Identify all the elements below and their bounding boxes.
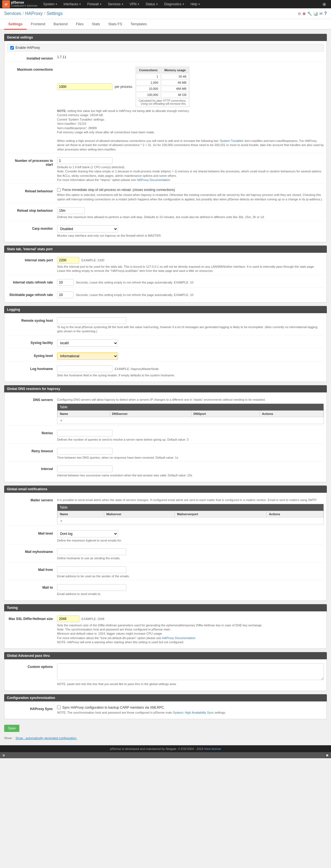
retries-input[interactable] [57, 430, 112, 436]
taskbar: 🖥 🔲 [0, 752, 331, 758]
remote-syslog-host-help: To log to the local pfSense systemlog fi… [57, 325, 324, 334]
haproxy-sync-row: HAProxy Sync Sync HAProxy configuration … [7, 704, 324, 716]
brand-logo: pf pfSense COMMUNITY EDITION [2, 0, 37, 8]
system-tunables-link[interactable]: System Tunables [220, 139, 243, 143]
nav-firewall-arrow: ▼ [99, 3, 102, 5]
max-ssl-dh-help: Sets the maximum size of the Diffie-Hell… [57, 623, 324, 645]
tabs-bar: Settings Frontend Backend Files Stats St… [0, 19, 331, 30]
mailer-servers-help: It is possible to send email alerts when… [57, 498, 324, 502]
icon-minus-circle[interactable]: ⊖ [298, 11, 301, 16]
tab-settings[interactable]: Settings [4, 19, 27, 30]
save-button[interactable]: Save [4, 725, 20, 732]
tab-files[interactable]: Files [72, 19, 88, 30]
logging-body: Remote syslog host To log to the local p… [4, 313, 327, 382]
breadcrumb-haproxy[interactable]: HAProxy [25, 11, 43, 16]
nav-services[interactable]: Services ▼ [105, 0, 126, 8]
remote-syslog-host-input[interactable] [57, 317, 126, 324]
tuning-header: Tuning [4, 604, 327, 611]
nav-interfaces[interactable]: Interfaces ▼ [61, 0, 84, 8]
mail-from-input[interactable] [57, 566, 126, 573]
enable-haproxy-label: Enable HAProxy [15, 46, 40, 50]
log-hostname-row: Log hostname EXAMPLE: HaproxyMasterNode … [7, 364, 324, 379]
reload-behaviour-checkbox-row: Force immediate stop of old process on r… [57, 188, 324, 192]
ha-sync-link[interactable]: System: High Availability Sync [173, 711, 214, 714]
nav-status-arrow: ▼ [156, 3, 158, 5]
global-advanced-body: Custom options NOTE: paste text into thi… [4, 659, 327, 691]
icon-wrench[interactable]: 🔧 [307, 11, 312, 16]
syslog-level-select[interactable]: Informational [57, 352, 118, 360]
mail-level-row: Mail level Dont log Define the maximum l… [7, 529, 324, 544]
global-email-body: Mailer servers It is possible to send em… [4, 493, 327, 601]
nav-system[interactable]: System ▼ [40, 0, 60, 8]
nav-vpn[interactable]: VPN ▼ [127, 0, 142, 8]
icon-envelope[interactable]: ✉ [319, 11, 323, 16]
internal-stats-refresh-input[interactable] [57, 279, 74, 286]
mail-col-name: Name [58, 511, 104, 517]
icon-times-circle[interactable]: ⊗ [302, 11, 306, 16]
haproxy-sync-checkbox[interactable] [57, 706, 61, 709]
max-connections-input[interactable] [57, 84, 112, 90]
haproxy-doc-link-1[interactable]: HAProxy Documentation [137, 178, 170, 182]
mail-to-help: Email address to send emails to. [57, 592, 324, 596]
retries-content: Defines the number of queries to send to… [57, 430, 324, 442]
mail-to-label: Mail to [7, 584, 57, 589]
icon-bar-chart[interactable]: 📊 [313, 11, 318, 16]
mail-to-content: Email address to send emails to. [57, 584, 324, 596]
mail-col-actions: Actions [267, 511, 324, 517]
tab-stats-fs[interactable]: Stats FS [104, 19, 126, 30]
footer-license-link[interactable]: View license [204, 747, 221, 750]
mailer-servers-label: Mailer servers [7, 497, 57, 502]
dns-col-name: Name [58, 411, 110, 417]
haproxy-sync-content: Sync HAProxy configuration to backup CAR… [57, 706, 324, 715]
tab-backend[interactable]: Backend [49, 19, 72, 30]
enable-haproxy-checkbox[interactable] [10, 46, 14, 50]
breadcrumb-services[interactable]: Services [4, 11, 21, 16]
log-hostname-input[interactable] [57, 366, 112, 372]
save-area: Save [4, 722, 327, 734]
custom-options-textarea[interactable] [57, 663, 324, 680]
internal-stats-port-input[interactable] [57, 257, 79, 264]
log-hostname-label: Log hostname [7, 366, 57, 371]
show-config-link[interactable]: Show : automatically generated configura… [15, 736, 77, 740]
max-ssl-dh-input[interactable] [57, 616, 79, 622]
icon-question[interactable]: ? [324, 11, 327, 16]
mail-level-select[interactable]: Dont log [57, 530, 118, 537]
haproxy-doc-link-2[interactable]: HAProxy Documentation [162, 636, 195, 640]
reload-stop-behaviour-help: Defines the maximum time allowed to perf… [57, 215, 324, 219]
interval-row: Interval Interval between two successive… [7, 464, 324, 479]
retry-timeout-help: Time between two DNS queries, when no re… [57, 456, 324, 460]
reload-stop-behaviour-input[interactable] [57, 207, 85, 214]
mail-from-row: Mail from Email address to be used as th… [7, 565, 324, 580]
tab-stats[interactable]: Stats [88, 19, 104, 30]
mailer-servers-table-header: Table [57, 504, 324, 511]
interval-input[interactable] [57, 466, 112, 472]
conn-1: 1 [136, 74, 161, 79]
log-hostname-help: Sets the hostname field in the syslog he… [57, 373, 324, 377]
reload-behaviour-row: Reload behaviour Force immediate stop of… [7, 187, 324, 203]
config-sync-section: Configuration synchronization HAProxy Sy… [4, 694, 327, 719]
nav-extra-icon[interactable]: ⊕ [320, 0, 329, 8]
num-processes-label: Number of processes to start [7, 157, 57, 166]
dns-servers-table-header: Table [57, 404, 324, 410]
sticktable-refresh-input[interactable] [57, 291, 74, 298]
mem-10000: 488 MB [161, 86, 189, 91]
retry-timeout-input[interactable] [57, 448, 112, 455]
dns-servers-label: DNS servers [7, 397, 57, 402]
syslog-facility-select[interactable]: local0 [57, 340, 118, 347]
top-navbar: pf pfSense COMMUNITY EDITION System ▼ In… [0, 0, 331, 8]
reload-behaviour-checkbox-label: Force immediate stop of old process on r… [62, 188, 175, 192]
nav-help[interactable]: Help ▼ [188, 0, 203, 8]
mail-myhostname-input[interactable] [57, 549, 126, 555]
tab-templates[interactable]: Templates [126, 19, 151, 30]
carp-monitor-select[interactable]: Disabled [57, 225, 118, 232]
mail-to-input[interactable] [57, 584, 126, 591]
num-processes-input[interactable] [57, 157, 112, 164]
reload-behaviour-checkbox[interactable] [57, 188, 61, 192]
tab-frontend[interactable]: Frontend [27, 19, 49, 30]
syslog-facility-content: local0 [57, 340, 324, 347]
mailer-servers-add-button[interactable]: + [59, 518, 63, 524]
dns-servers-add-button[interactable]: + [59, 417, 63, 424]
nav-diagnostics[interactable]: Diagnostics ▼ [162, 0, 187, 8]
nav-firewall[interactable]: Firewall ▼ [85, 0, 104, 8]
nav-status[interactable]: Status ▼ [143, 0, 161, 8]
